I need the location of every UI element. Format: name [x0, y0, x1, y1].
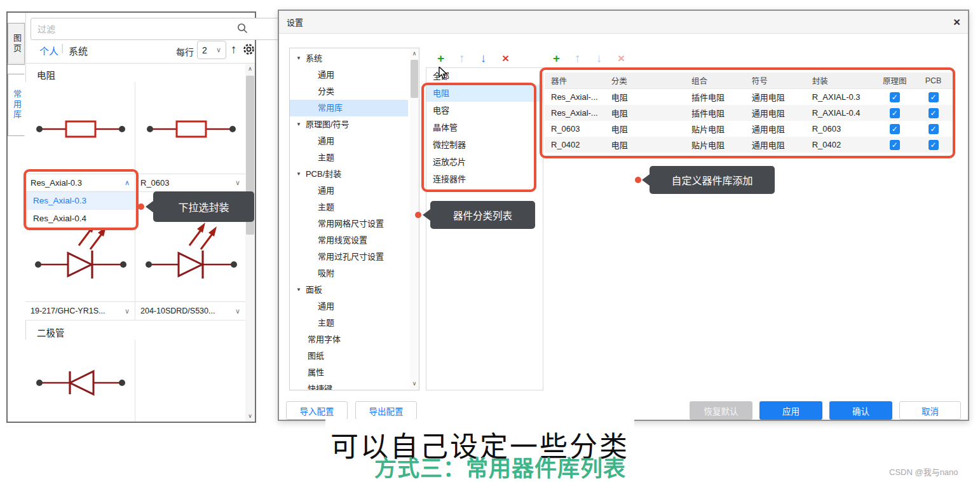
table-cell: R_0402	[545, 140, 605, 149]
tree-item[interactable]: 常用字体	[290, 331, 408, 348]
per-row-select[interactable]: 2 ∨	[197, 41, 226, 59]
scroll-down-icon[interactable]: ∨	[245, 411, 255, 420]
category-add-icon[interactable]: +	[437, 52, 444, 64]
footprint-combo-value: 204-10SDRD/S530...	[140, 306, 215, 315]
footprint-combo-res-axial[interactable]: Res_Axial-0.3 ∧	[25, 174, 135, 192]
tree-item[interactable]: 通用	[290, 182, 408, 199]
tree-item[interactable]: 图纸	[290, 348, 408, 364]
library-move-up-icon[interactable]: ↑	[575, 52, 581, 64]
category-item[interactable]: 电容	[426, 102, 543, 119]
tree-caret-icon[interactable]: ▼	[296, 116, 301, 133]
tree-caret-icon[interactable]: ▼	[296, 282, 301, 298]
library-add-icon[interactable]: +	[553, 52, 560, 64]
tree-item[interactable]: 主题	[290, 315, 408, 331]
category-item[interactable]: 运放芯片	[426, 153, 543, 170]
scroll-up-icon[interactable]: ∧	[245, 64, 255, 74]
library-move-down-icon[interactable]: ↓	[596, 52, 602, 64]
tree-caret-icon[interactable]: ▼	[296, 50, 301, 67]
pcb-checkbox[interactable]: ✓	[929, 124, 939, 134]
schematic-checkbox[interactable]: ✓	[890, 140, 900, 150]
pcb-checkbox[interactable]: ✓	[929, 108, 939, 118]
collapse-up-icon[interactable]: ↑	[231, 43, 237, 57]
component-card-r0603[interactable]	[135, 82, 246, 174]
filter-box	[31, 18, 253, 39]
footprint-dropdown-menu: Res_Axial-0.3 Res_Axial-0.4	[27, 191, 136, 228]
tree-item[interactable]: 吸附	[290, 265, 408, 282]
footprint-combo-led2[interactable]: 204-10SDRD/S530... ∨	[135, 302, 246, 320]
schematic-checkbox[interactable]: ✓	[890, 92, 900, 102]
tree-item[interactable]: 主题	[290, 199, 408, 216]
table-row[interactable]: R_0603电阻贴片电阻通用电阻R_0603✓✓	[545, 121, 953, 137]
tree-item[interactable]: ▼PCB/封装	[290, 166, 408, 182]
close-icon[interactable]: ×	[953, 15, 960, 29]
category-delete-icon[interactable]: ×	[502, 52, 509, 64]
table-row[interactable]: R_0402电阻贴片电阻通用电阻R_0402✓✓	[545, 137, 953, 153]
tab-system[interactable]: 系统	[69, 44, 88, 57]
scroll-up-icon[interactable]: ∧	[410, 49, 419, 59]
tree-item[interactable]: 通用	[290, 298, 408, 315]
table-row[interactable]: Res_Axial-...电阻插件电阻通用电阻R_AXIAL-0.3✓✓	[545, 89, 953, 105]
tree-caret-icon[interactable]: ▼	[296, 166, 301, 182]
tree-item[interactable]: 通用	[290, 133, 408, 149]
search-icon[interactable]	[237, 23, 248, 34]
scroll-down-icon[interactable]: ∨	[410, 379, 419, 388]
tree-item-label: 通用	[318, 182, 334, 199]
tree-item-label: 常用过孔尺寸设置	[318, 249, 384, 265]
tree-item[interactable]: 常用库	[290, 100, 408, 116]
table-cell: R_0603	[545, 124, 605, 134]
import-config-button[interactable]: 导入配置	[286, 401, 348, 420]
restore-defaults-button[interactable]: 恢复默认	[690, 401, 752, 420]
tree-item[interactable]: ▼系统	[290, 50, 408, 67]
category-item[interactable]: 连接器件	[426, 170, 543, 188]
footprint-combo-led1[interactable]: 19-217/GHC-YR1S... ∨	[25, 302, 135, 320]
library-scrollbar[interactable]: ∧ ∨	[245, 64, 255, 422]
category-move-down-icon[interactable]: ↓	[480, 52, 487, 64]
tree-item-label: 常用字体	[308, 331, 341, 348]
tooltip-text: 下拉选封装	[178, 199, 229, 214]
dropdown-option[interactable]: Res_Axial-0.3	[27, 192, 135, 210]
table-cell: 通用电阻	[745, 123, 806, 135]
tree-scrollbar[interactable]: ∧ ∨	[410, 49, 419, 389]
tooltip-text: 自定义器件库添加	[671, 172, 752, 188]
tree-item-label: 主题	[318, 199, 334, 216]
footprint-combo-r0603[interactable]: R_0603 ∨	[135, 174, 246, 192]
apply-button[interactable]: 应用	[759, 401, 822, 420]
scrollbar-thumb[interactable]	[411, 60, 418, 98]
tree-item[interactable]: 常用线宽设置	[290, 232, 408, 249]
schematic-checkbox[interactable]: ✓	[890, 108, 900, 118]
dropdown-option[interactable]: Res_Axial-0.4	[27, 210, 135, 228]
tab-common-library[interactable]: 常用库	[8, 74, 25, 136]
pcb-checkbox[interactable]: ✓	[929, 92, 939, 102]
gear-icon[interactable]	[242, 43, 255, 56]
tree-item[interactable]: ▼面板	[290, 282, 408, 298]
tree-item[interactable]: 主题	[290, 149, 408, 166]
tree-item[interactable]: 常用网格尺寸设置	[290, 216, 408, 232]
table-cell: ✓	[875, 92, 914, 102]
tree-item-label: 通用	[318, 298, 334, 315]
confirm-button[interactable]: 确认	[829, 401, 892, 420]
header-divider	[8, 63, 255, 64]
pcb-checkbox[interactable]: ✓	[929, 140, 939, 150]
tree-item[interactable]: 快捷键	[290, 381, 408, 390]
component-card-res-axial[interactable]	[25, 82, 135, 174]
tree-item[interactable]: 通用	[290, 67, 408, 83]
category-move-up-icon[interactable]: ↑	[459, 52, 465, 64]
component-card-empty[interactable]	[135, 340, 246, 422]
per-row-label: 每行	[176, 45, 194, 58]
schematic-checkbox[interactable]: ✓	[890, 124, 900, 134]
component-card-diode[interactable]	[25, 340, 135, 422]
category-item[interactable]: 晶体管	[426, 119, 543, 136]
library-delete-icon[interactable]: ×	[618, 52, 625, 64]
cancel-button[interactable]: 取消	[899, 401, 961, 420]
tab-personal[interactable]: 个人	[39, 44, 58, 57]
tree-item[interactable]: ▼原理图/符号	[290, 116, 408, 133]
tree-item-label: 原理图/符号	[306, 116, 350, 133]
tree-item[interactable]: 常用过孔尺寸设置	[290, 249, 408, 265]
tab-pages[interactable]: 图页	[8, 23, 25, 65]
table-row[interactable]: Res_Axial-...电阻插件电阻通用电阻R_AXIAL-0.4✓✓	[545, 105, 953, 121]
category-item[interactable]: 电阻	[426, 85, 543, 102]
tree-item[interactable]: 分类	[290, 83, 408, 100]
category-item[interactable]: 微控制器	[426, 136, 543, 153]
tree-item[interactable]: 属性	[290, 364, 408, 381]
export-config-button[interactable]: 导出配置	[355, 401, 417, 420]
